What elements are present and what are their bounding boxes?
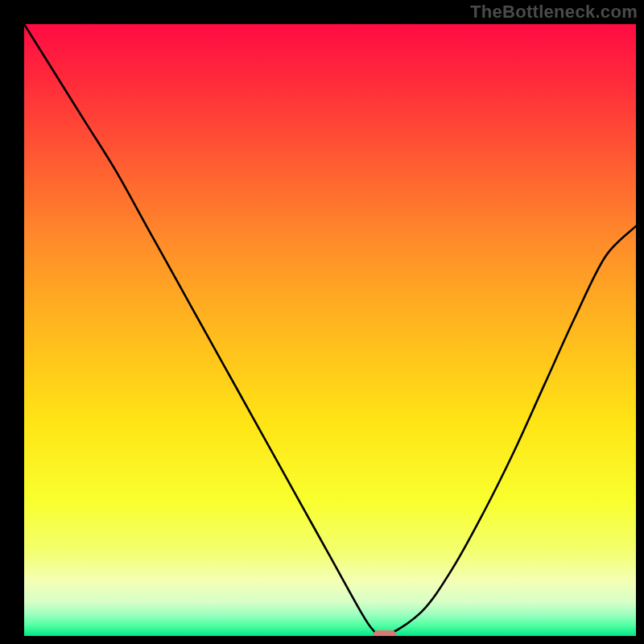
optimum-marker (373, 630, 397, 636)
chart-frame: TheBottleneck.com (0, 0, 644, 644)
watermark-text: TheBottleneck.com (470, 2, 638, 23)
plot-area (24, 24, 636, 636)
bottleneck-curve (24, 24, 636, 636)
